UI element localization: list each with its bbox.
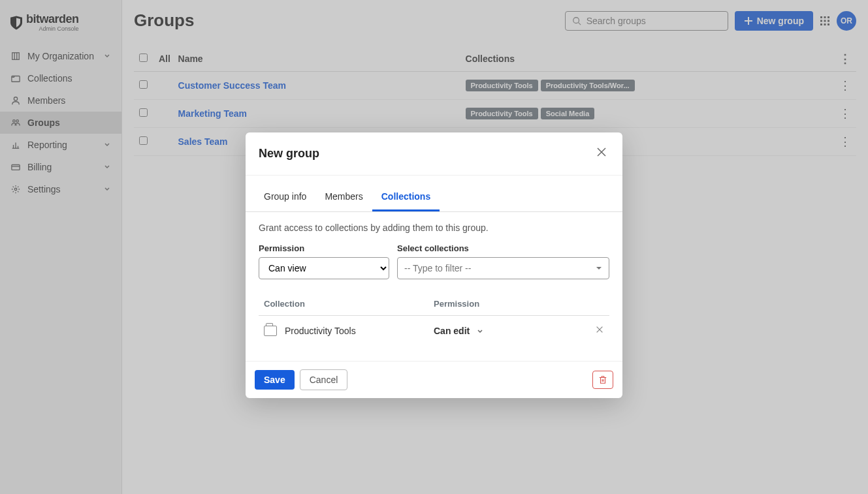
assigned-collection-row: Productivity ToolsCan edit (259, 316, 609, 345)
save-button[interactable]: Save (255, 370, 295, 390)
delete-button[interactable] (592, 371, 613, 389)
cancel-button[interactable]: Cancel (300, 369, 348, 390)
coll-col-permission: Permission (434, 299, 585, 309)
select-collections-label: Select collections (397, 243, 609, 253)
collections-assigned-table: Collection Permission Productivity Tools… (259, 292, 609, 345)
modal-title: New group (259, 147, 319, 161)
row-permission-select[interactable]: Can edit (434, 326, 585, 336)
modal-footer: Save Cancel (246, 361, 622, 398)
caret-down-icon (596, 265, 602, 271)
modal-header: New group (246, 132, 622, 176)
permission-label: Permission (259, 243, 389, 253)
new-group-modal: New group Group info Members Collections… (246, 132, 622, 398)
collection-name: Productivity Tools (285, 326, 356, 336)
modal-overlay: New group Group info Members Collections… (0, 0, 868, 494)
collection-icon (264, 326, 277, 336)
tab-collections[interactable]: Collections (372, 183, 440, 211)
modal-close-button[interactable] (594, 144, 609, 163)
modal-help-text: Grant access to collections by adding th… (259, 223, 609, 233)
permission-select[interactable]: Can view (259, 257, 389, 279)
collection-filter[interactable]: -- Type to filter -- (397, 257, 609, 279)
modal-tabs: Group info Members Collections (246, 183, 622, 212)
trash-icon (598, 375, 607, 384)
tab-members[interactable]: Members (315, 183, 372, 211)
close-icon (595, 325, 604, 334)
chevron-down-icon (476, 327, 484, 335)
close-icon (596, 147, 607, 157)
remove-collection-button[interactable] (585, 325, 604, 336)
coll-col-collection: Collection (264, 299, 434, 309)
permission-value: Can edit (434, 326, 470, 336)
modal-body: Grant access to collections by adding th… (246, 212, 622, 361)
tab-group-info[interactable]: Group info (255, 183, 315, 211)
filter-placeholder: -- Type to filter -- (404, 263, 471, 273)
